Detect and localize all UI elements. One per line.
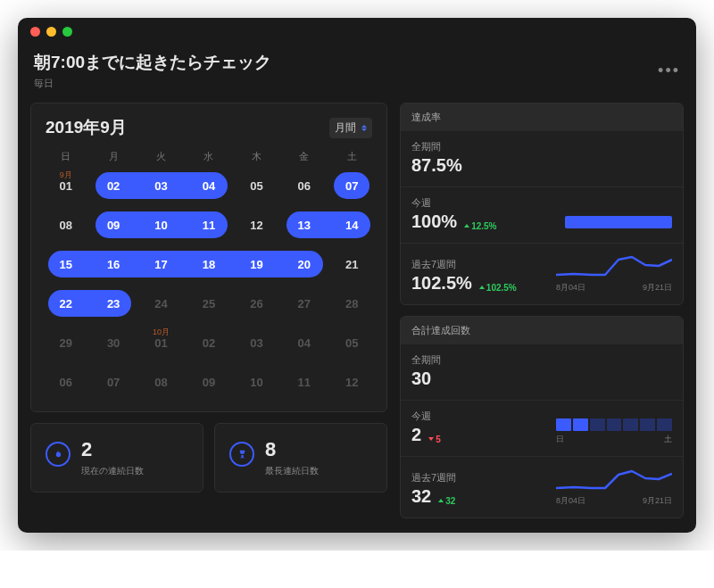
rate-week-bar: [565, 216, 672, 228]
weekday-label: 月: [89, 150, 137, 163]
content: 2019年9月 月間 日月火水木金土 9月0102030405060708091…: [18, 103, 696, 533]
calendar-panel: 2019年9月 月間 日月火水木金土 9月0102030405060708091…: [30, 103, 387, 412]
calendar-day[interactable]: 11: [280, 365, 328, 399]
count-all: 全期間 30: [401, 344, 683, 401]
count-seven-label: 過去7週間: [411, 471, 456, 484]
header: 朝7:00までに起きたらチェック 毎日 •••: [18, 46, 696, 103]
calendar-day[interactable]: 16: [89, 247, 137, 281]
calendar-day[interactable]: 07: [89, 365, 137, 399]
count-seven-value: 32: [411, 486, 431, 507]
chevron-updown-icon: [361, 125, 367, 131]
calendar-day[interactable]: 06: [42, 365, 89, 399]
rate-week-label: 今週: [411, 196, 497, 210]
calendar-day[interactable]: 05: [233, 169, 280, 203]
calendar-day[interactable]: 06: [280, 169, 328, 203]
calendar-grid: 9月01020304050607080910111213141516171819…: [31, 169, 386, 411]
weekday-bar: [607, 418, 622, 431]
calendar-day[interactable]: 29: [42, 326, 89, 360]
weekday-bar: [556, 418, 571, 431]
weekday-label: 木: [233, 150, 280, 163]
calendar-day[interactable]: 10: [233, 365, 280, 399]
calendar-day[interactable]: 18: [185, 247, 232, 281]
habit-frequency: 毎日: [34, 77, 271, 90]
weekday-label: 日: [42, 150, 89, 163]
current-streak-card: 2 現在の連続日数: [30, 423, 203, 493]
weekday-label: 水: [185, 150, 232, 163]
calendar-day[interactable]: 04: [280, 326, 328, 360]
calendar-day[interactable]: 24: [137, 286, 185, 320]
calendar-day[interactable]: 03: [137, 169, 185, 203]
count-week-value: 2: [411, 425, 421, 445]
rate-week: 今週 100% 12.5%: [401, 187, 683, 244]
rate-all-label: 全期間: [411, 140, 462, 153]
calendar-day[interactable]: 10月01: [137, 326, 185, 360]
count-week-delta: 5: [428, 435, 441, 444]
count-seven: 過去7週間 32 32 8月04日9月21日: [401, 457, 683, 518]
calendar-day[interactable]: 28: [328, 286, 376, 320]
range-selector[interactable]: 月間: [329, 118, 372, 138]
weekday-bar: [623, 418, 638, 431]
calendar-weekday-header: 日月火水木金土: [31, 148, 386, 169]
calendar-day[interactable]: 19: [233, 247, 280, 281]
count-week-bars: 日土: [556, 418, 672, 445]
calendar-day[interactable]: 23: [89, 286, 137, 320]
weekday-label: 土: [328, 150, 376, 163]
trophy-icon: [229, 442, 254, 467]
calendar-day[interactable]: 27: [280, 286, 328, 320]
calendar-day[interactable]: 05: [328, 326, 376, 360]
calendar-day[interactable]: 10: [137, 208, 185, 242]
calendar-day[interactable]: 20: [280, 247, 328, 281]
calendar-day[interactable]: 08: [42, 208, 89, 242]
rate-week-delta: 12.5%: [464, 221, 496, 231]
longest-streak-label: 最長連続日数: [265, 465, 319, 477]
weekday-label: 火: [137, 150, 185, 163]
rate-seven-label: 過去7週間: [411, 258, 517, 271]
weekday-bar: [657, 418, 672, 431]
count-seven-delta: 32: [438, 496, 455, 506]
count-all-label: 全期間: [411, 353, 441, 367]
rate-seven: 過去7週間 102.5% 102.5% 8月04日9月21日: [401, 244, 683, 304]
calendar-day[interactable]: 03: [233, 326, 280, 360]
calendar-day[interactable]: 09: [185, 365, 232, 399]
calendar-day[interactable]: 14: [328, 208, 376, 242]
minimize-icon[interactable]: [46, 27, 56, 37]
calendar-day[interactable]: 11: [185, 208, 232, 242]
calendar-title: 2019年9月: [46, 116, 127, 139]
calendar-day[interactable]: 08: [137, 365, 185, 399]
calendar-day[interactable]: 9月01: [42, 169, 89, 203]
calendar-day[interactable]: 02: [89, 169, 137, 203]
weekday-bar: [590, 418, 605, 431]
calendar-day[interactable]: 26: [233, 286, 280, 320]
close-icon[interactable]: [30, 27, 40, 37]
calendar-day[interactable]: 02: [185, 326, 232, 360]
calendar-day[interactable]: 15: [42, 247, 89, 281]
longest-streak-card: 8 最長連続日数: [214, 423, 387, 493]
calendar-day[interactable]: 17: [137, 247, 185, 281]
current-streak-value: 2: [81, 438, 144, 461]
calendar-day[interactable]: 22: [42, 286, 89, 320]
calendar-day[interactable]: 30: [89, 326, 137, 360]
flame-icon: [46, 442, 71, 467]
rate-seven-delta: 102.5%: [479, 283, 517, 293]
rate-week-value: 100%: [411, 211, 457, 232]
calendar-day[interactable]: 04: [185, 169, 232, 203]
range-selector-label: 月間: [335, 120, 356, 136]
rate-section-title: 達成率: [401, 104, 683, 131]
zoom-icon[interactable]: [62, 27, 72, 37]
calendar-day[interactable]: 07: [328, 169, 376, 203]
more-button[interactable]: •••: [658, 62, 680, 80]
weekday-label: 金: [280, 150, 328, 163]
weekday-bar: [573, 418, 588, 431]
calendar-day[interactable]: 12: [328, 365, 376, 399]
calendar-day[interactable]: 12: [233, 208, 280, 242]
calendar-day[interactable]: 09: [89, 208, 137, 242]
count-week-label: 今週: [411, 410, 441, 423]
count-week: 今週 2 5 日土: [401, 401, 683, 457]
calendar-day[interactable]: 25: [185, 286, 232, 320]
rate-all-value: 87.5%: [411, 155, 462, 176]
calendar-day[interactable]: 13: [280, 208, 328, 242]
calendar-day[interactable]: 21: [328, 247, 376, 281]
titlebar: [18, 18, 696, 46]
app-window: 朝7:00までに起きたらチェック 毎日 ••• 2019年9月 月間 日月火水木…: [18, 18, 696, 533]
current-streak-label: 現在の連続日数: [81, 465, 144, 477]
